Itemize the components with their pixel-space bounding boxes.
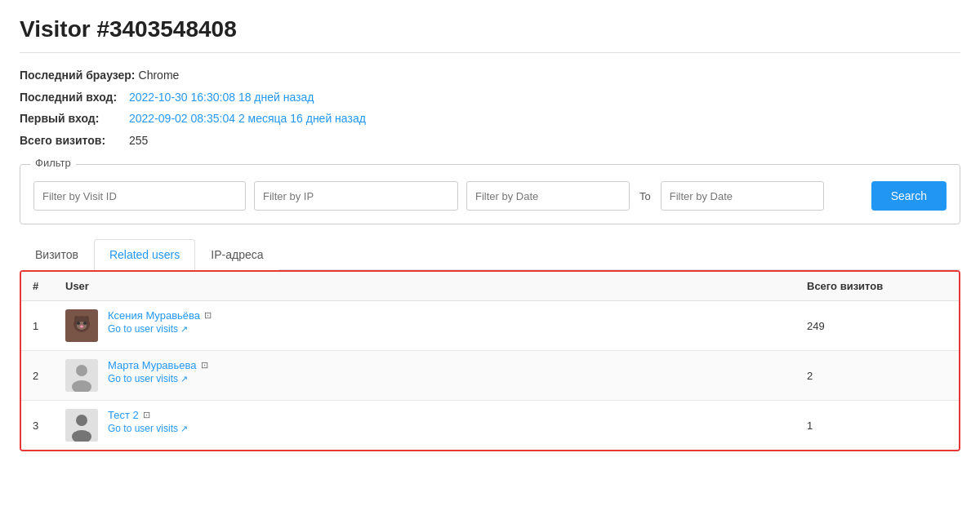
user-id-icon: ⊡: [201, 360, 208, 371]
meta-section: Последний браузер: Chrome Последний вход…: [20, 64, 960, 151]
user-name[interactable]: Ксения Муравьёва⊡: [108, 309, 212, 322]
row-user: Марта Муравьева⊡Go to user visits↗: [54, 351, 795, 401]
total-visits-label: Всего визитов:: [20, 130, 126, 152]
date-from-input[interactable]: [466, 181, 630, 211]
user-id-icon: ⊡: [204, 310, 212, 321]
page-title: Visitor #3403548408: [20, 16, 960, 42]
avatar: [65, 409, 98, 442]
first-login-value: 2022-09-02 08:35:04 2 месяца 16 дней наз…: [129, 108, 366, 130]
filter-section: Фильтр To Search: [20, 164, 960, 224]
col-num-header: #: [21, 272, 54, 301]
user-visits-link[interactable]: Go to user visits↗: [108, 373, 208, 384]
related-users-table-wrapper: # User Всего визитов 1 Ксения Муравьёва⊡…: [20, 270, 960, 451]
browser-value: Chrome: [139, 64, 180, 87]
external-link-icon: ↗: [180, 424, 188, 434]
table-row: 1 Ксения Муравьёва⊡Go to user visits↗249: [21, 301, 959, 351]
row-visits: 2: [795, 351, 959, 401]
ip-input[interactable]: [254, 181, 458, 211]
filter-legend: Фильтр: [30, 157, 76, 169]
last-login-label: Последний вход:: [20, 87, 126, 109]
row-num: 2: [21, 351, 54, 401]
svg-point-3: [84, 316, 89, 322]
search-button[interactable]: Search: [871, 181, 947, 211]
row-num: 1: [21, 301, 54, 351]
last-login-value: 2022-10-30 16:30:08 18 дней назад: [129, 87, 314, 109]
header-divider: [20, 52, 960, 53]
tab-ip[interactable]: IP-адреса: [195, 239, 278, 270]
browser-label: Последний браузер:: [20, 64, 136, 87]
user-name[interactable]: Марта Муравьева⊡: [108, 359, 208, 371]
svg-point-12: [76, 415, 87, 426]
user-id-icon: ⊡: [143, 410, 150, 420]
row-visits: 249: [795, 301, 959, 351]
external-link-icon: ↗: [180, 324, 188, 335]
svg-point-5: [77, 322, 80, 325]
avatar: [65, 359, 98, 392]
row-user: Тест 2⊡Go to user visits↗: [54, 401, 795, 451]
user-visits-link[interactable]: Go to user visits↗: [108, 323, 212, 335]
related-users-table: # User Всего визитов 1 Ксения Муравьёва⊡…: [21, 272, 959, 450]
meta-first-login-row: Первый вход: 2022-09-02 08:35:04 2 месяц…: [20, 108, 960, 130]
total-visits-value: 255: [129, 130, 148, 152]
avatar: [65, 309, 98, 342]
table-row: 3 Тест 2⊡Go to user visits↗1: [21, 401, 959, 451]
row-user: Ксения Муравьёва⊡Go to user visits↗: [54, 301, 795, 351]
tab-visits[interactable]: Визитов: [20, 239, 94, 270]
first-login-label: Первый вход:: [20, 108, 126, 130]
visit-id-input[interactable]: [33, 181, 246, 211]
row-visits: 1: [795, 401, 959, 451]
page-header: Visitor #3403548408: [20, 16, 960, 42]
user-name[interactable]: Тест 2⊡: [108, 409, 188, 421]
meta-last-login-row: Последний вход: 2022-10-30 16:30:08 18 д…: [20, 87, 960, 109]
external-link-icon: ↗: [180, 374, 188, 384]
filter-row: To Search: [33, 181, 947, 211]
table-row: 2 Марта Муравьева⊡Go to user visits↗2: [21, 351, 959, 401]
col-visits-header: Всего визитов: [795, 272, 959, 301]
to-label: To: [638, 190, 653, 202]
col-user-header: User: [54, 272, 795, 301]
date-to-input[interactable]: [661, 181, 824, 211]
svg-point-9: [76, 365, 87, 376]
table-header-row: # User Всего визитов: [21, 272, 959, 301]
meta-total-visits-row: Всего визитов: 255: [20, 130, 960, 152]
meta-browser-row: Последний браузер: Chrome: [20, 64, 960, 87]
svg-point-2: [74, 316, 79, 322]
row-num: 3: [21, 401, 54, 451]
svg-point-6: [83, 322, 87, 325]
user-visits-link[interactable]: Go to user visits↗: [108, 423, 188, 434]
tabs-row: Визитов Related users IP-адреса: [20, 239, 960, 270]
svg-point-7: [80, 326, 83, 328]
tab-related-users[interactable]: Related users: [94, 239, 195, 270]
